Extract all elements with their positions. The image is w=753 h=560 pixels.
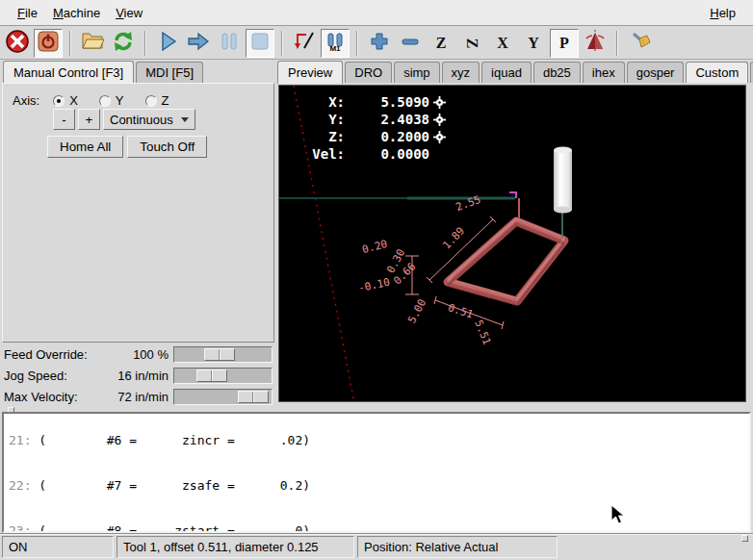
run-button[interactable] bbox=[153, 29, 182, 58]
axis-z-label: Z bbox=[162, 93, 169, 108]
dro-y-value: 2.4038 bbox=[345, 112, 429, 127]
view-z-rotated-icon: Z bbox=[463, 38, 480, 48]
step-button[interactable] bbox=[184, 29, 213, 58]
override-sliders: Feed Override: 100 % Jog Speed: 16 in/mi… bbox=[0, 344, 276, 408]
menu-file[interactable]: File bbox=[10, 2, 45, 24]
machine-power-icon bbox=[37, 30, 60, 56]
jog-minus-button[interactable]: - bbox=[53, 109, 75, 130]
machine-power-button[interactable] bbox=[34, 29, 63, 58]
dro-vel-value: 0.0000 bbox=[345, 146, 429, 162]
preview-3d-view[interactable]: X: 5.5090 Y: 2.4038 Z: 0.2000 Vel: 0.000… bbox=[278, 85, 746, 402]
tab-dro[interactable]: DRO bbox=[345, 62, 392, 83]
tab-simp[interactable]: simp bbox=[394, 62, 439, 83]
optional-stop-icon: M1 bbox=[325, 33, 345, 53]
line-text: ( #8 = zstart = 0) bbox=[39, 523, 310, 533]
toolbar-separator bbox=[356, 31, 358, 56]
feed-override-slider[interactable] bbox=[173, 346, 273, 363]
dro-vel-label: Vel: bbox=[297, 146, 345, 162]
tab-mdi[interactable]: MDI [F5] bbox=[136, 62, 203, 83]
clear-plot-button[interactable] bbox=[625, 29, 654, 58]
broom-icon bbox=[627, 29, 652, 57]
jog-speed-handle[interactable] bbox=[196, 369, 227, 382]
line-text: ( #6 = zincr = .02) bbox=[39, 433, 310, 447]
view-perspective-button[interactable]: P bbox=[550, 29, 579, 58]
tab-manual-control[interactable]: Manual Control [F3] bbox=[3, 61, 134, 84]
jog-speed-slider[interactable] bbox=[173, 368, 273, 384]
feed-override-label: Feed Override: bbox=[4, 347, 88, 362]
estop-button[interactable] bbox=[3, 29, 32, 58]
run-icon bbox=[156, 30, 179, 56]
jog-speed-label: Jog Speed: bbox=[4, 369, 67, 383]
stop-icon bbox=[249, 31, 271, 55]
zoom-in-button[interactable] bbox=[365, 29, 394, 58]
tab-custom[interactable]: Custom bbox=[686, 62, 748, 83]
axis-z-radio[interactable] bbox=[145, 95, 157, 107]
dro-vel-row: Vel: 0.0000 bbox=[297, 145, 446, 163]
max-velocity-handle[interactable] bbox=[238, 391, 269, 403]
gcode-line[interactable]: 21: ( #6 = zincr = .02) bbox=[9, 433, 461, 448]
zoom-out-button[interactable] bbox=[396, 29, 425, 58]
toolbar-separator bbox=[616, 31, 618, 56]
resize-grip[interactable] bbox=[741, 535, 748, 542]
axis-x-radio[interactable] bbox=[53, 95, 65, 107]
pause-icon bbox=[219, 30, 240, 56]
rotate-view-button[interactable] bbox=[581, 29, 610, 58]
chevron-down-icon bbox=[181, 117, 189, 122]
open-file-button[interactable] bbox=[78, 29, 107, 58]
menu-bar: File Machine View Help bbox=[0, 0, 753, 26]
max-velocity-value: 72 in/min bbox=[117, 390, 169, 404]
dro-x-value: 5.5090 bbox=[345, 94, 429, 110]
pause-button[interactable] bbox=[215, 29, 244, 58]
optional-stop-toggle[interactable]: M1 bbox=[321, 29, 350, 58]
dro-z-label: Z: bbox=[297, 129, 345, 144]
feed-override-value: 100 % bbox=[133, 347, 169, 362]
max-velocity-slider[interactable] bbox=[173, 389, 273, 405]
dro-y-label: Y: bbox=[297, 112, 345, 127]
menu-view[interactable]: View bbox=[108, 2, 150, 24]
open-folder-icon bbox=[80, 29, 105, 57]
view-x-button[interactable]: X bbox=[488, 29, 517, 58]
gcode-line[interactable]: 22: ( #7 = zsafe = 0.2) bbox=[9, 478, 461, 494]
gcode-line[interactable]: 23: ( #8 = zstart = 0) bbox=[9, 523, 461, 533]
home-all-button[interactable]: Home All bbox=[47, 136, 123, 158]
jog-mode-value: Continuous bbox=[110, 113, 173, 127]
jog-plus-button[interactable]: + bbox=[78, 109, 100, 130]
gcode-lines: 21: ( #6 = zincr = .02) 22: ( #7 = zsafe… bbox=[9, 412, 461, 533]
skip-lines-toggle[interactable] bbox=[290, 29, 319, 58]
stop-button[interactable] bbox=[246, 29, 274, 58]
tab-iquad[interactable]: iquad bbox=[481, 62, 532, 83]
reload-icon bbox=[111, 29, 136, 57]
max-velocity-label: Max Velocity: bbox=[4, 390, 78, 404]
feed-override-handle[interactable] bbox=[204, 348, 235, 361]
axis-label: Axis: bbox=[13, 93, 39, 108]
axis-x-label: X bbox=[69, 93, 78, 108]
reload-button[interactable] bbox=[109, 29, 138, 58]
step-icon bbox=[186, 30, 211, 56]
manual-control-panel: Axis: X Y Z - + Continuous Home All Touc… bbox=[2, 83, 274, 343]
dro-z-row: Z: 0.2000 bbox=[297, 128, 446, 145]
tab-gosper[interactable]: gosper bbox=[627, 62, 685, 83]
tab-db25[interactable]: db25 bbox=[533, 62, 581, 83]
touch-off-button[interactable]: Touch Off bbox=[127, 136, 207, 158]
right-notebook-tabs: Preview DRO simp xyz iquad db25 ihex gos… bbox=[277, 60, 753, 83]
menu-help[interactable]: Help bbox=[702, 2, 743, 24]
tab-preview[interactable]: Preview bbox=[277, 61, 343, 84]
dro-z-value: 0.2000 bbox=[345, 129, 429, 144]
toolbar: M1 Z Z X Y P bbox=[0, 27, 753, 60]
axis-y-radio[interactable] bbox=[99, 95, 111, 107]
tab-xyz[interactable]: xyz bbox=[442, 62, 480, 83]
tab-ihex[interactable]: ihex bbox=[583, 62, 625, 83]
view-z-icon: Z bbox=[436, 35, 447, 52]
jog-speed-value: 16 in/min bbox=[117, 369, 169, 383]
view-z-button[interactable]: Z bbox=[427, 29, 455, 58]
view-z-rotated-button[interactable]: Z bbox=[457, 29, 486, 58]
menu-machine[interactable]: Machine bbox=[45, 2, 108, 24]
gcode-listing[interactable]: 21: ( #6 = zincr = .02) 22: ( #7 = zsafe… bbox=[2, 412, 751, 533]
home-touch-row: Home All Touch Off bbox=[47, 136, 207, 158]
line-number: 22: bbox=[9, 478, 31, 493]
dro-x-row: X: 5.5090 bbox=[297, 93, 446, 111]
jog-mode-dropdown[interactable]: Continuous bbox=[103, 109, 195, 130]
position-mode-cell: Position: Relative Actual bbox=[357, 536, 558, 558]
view-y-button[interactable]: Y bbox=[519, 29, 548, 58]
view-perspective-icon: P bbox=[559, 35, 569, 52]
